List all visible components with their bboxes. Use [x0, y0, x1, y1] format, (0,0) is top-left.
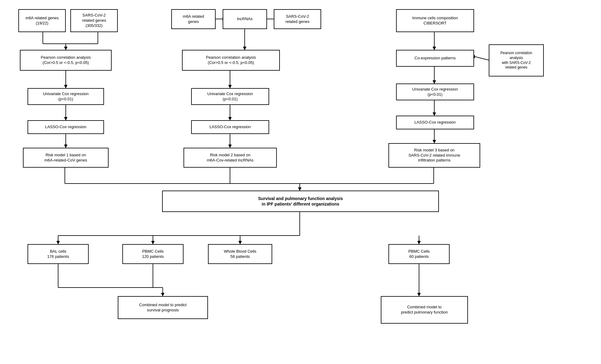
svg-marker-46: [151, 241, 154, 244]
svg-marker-36: [298, 188, 301, 191]
svg-marker-22: [228, 145, 232, 148]
sars-genes-mid-box: SARS-CoV-2related genes: [274, 9, 321, 29]
svg-marker-50: [417, 241, 421, 244]
lasso-right-box: LASSO-Cox regression: [396, 116, 474, 129]
svg-marker-8: [64, 117, 67, 120]
lasso-mid-box: LASSO-Cox regression: [191, 120, 269, 134]
sars-genes-left-box: SARS-CoV-2related genes(305/332): [70, 9, 118, 32]
svg-marker-28: [433, 80, 436, 84]
diagram-container: m6A related genes (19/22) SARS-CoV-2rela…: [0, 0, 601, 364]
svg-marker-30: [433, 113, 436, 116]
risk-model-3-box: Risk model 3 based onSARS-CoV-2 related …: [388, 143, 480, 168]
whole-blood-box: Whole Blood Cells58 patients: [208, 244, 272, 264]
risk-model-2-box: Risk model 2 based onm6A-Cov-related lnc…: [184, 148, 277, 168]
svg-marker-54: [161, 293, 164, 296]
univariate-cox-left-box: Univariate Cox regression(p<0.01): [28, 88, 104, 105]
svg-line-25: [475, 57, 489, 60]
bal-cells-box: BAL cells176 patients: [28, 244, 89, 264]
combined-pulmonary-box: Combined model topredict pulmonary funct…: [381, 296, 468, 324]
lncrnas-box: lncRNAs: [223, 9, 267, 29]
svg-marker-6: [64, 85, 67, 88]
risk-model-1-box: Risk model 1 based onm6A-related-CoV gen…: [23, 148, 109, 168]
svg-marker-4: [64, 47, 67, 50]
svg-marker-24: [433, 47, 436, 50]
coexpression-box: Co-expression patterns: [396, 50, 474, 67]
immune-cells-box: Immune cells compositionCIBERSORT: [396, 9, 474, 32]
survival-analysis-box: Survival and pulmonary function analysis…: [162, 191, 439, 212]
svg-marker-16: [243, 47, 246, 50]
pearson-mid-box: Pearson correlation analysis(Cor>0.5 or …: [182, 50, 280, 71]
pearson-left-box: Pearson correlation analysis(Cor>0.5 or …: [20, 50, 112, 71]
univariate-cox-right-box: Univariate Cox regression(p<0.01): [396, 84, 474, 100]
svg-marker-48: [239, 241, 242, 244]
m6a-genes-box: m6A related genes (19/22): [18, 9, 66, 32]
svg-marker-58: [417, 293, 421, 296]
pbmc-cells-120-box: PBMC Cells120 patients: [122, 244, 184, 264]
pearson-right-side-box: Pearson correlationanalysiswith SARS-CoV…: [489, 44, 544, 76]
svg-marker-10: [64, 145, 67, 148]
svg-marker-18: [228, 85, 232, 88]
m6a-genes-mid-box: m6A relatedgenes: [171, 9, 216, 29]
univariate-cox-mid-box: Univariate Cox regression(p<0.01): [191, 88, 269, 105]
svg-marker-44: [57, 241, 60, 244]
svg-marker-32: [433, 140, 436, 143]
svg-marker-20: [228, 117, 232, 120]
lasso-left-box: LASSO-Cox regression: [28, 120, 104, 134]
pbmc-cells-60-box: PBMC Cells60 patients: [388, 244, 450, 264]
combined-survival-box: Combined model to predictsurvival progno…: [118, 296, 208, 319]
